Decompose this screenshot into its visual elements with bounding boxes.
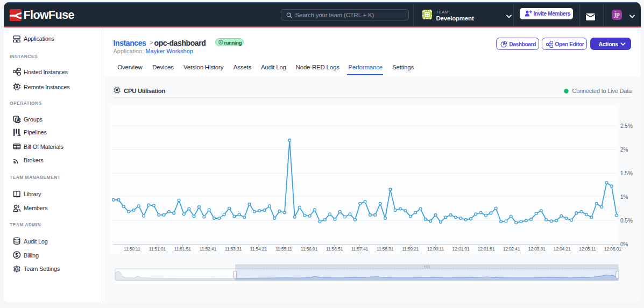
svg-text:11:52:41: 11:52:41 <box>200 246 217 252</box>
svg-text:11:56:51: 11:56:51 <box>326 246 343 252</box>
svg-text:2.5%: 2.5% <box>620 123 633 129</box>
svg-text:0.5%: 0.5% <box>620 218 633 224</box>
svg-text:12:01:01: 12:01:01 <box>452 246 470 252</box>
svg-text:11:57:41: 11:57:41 <box>351 246 369 252</box>
svg-text:11:51:01: 11:51:01 <box>149 246 166 252</box>
svg-text:11:53:31: 11:53:31 <box>225 246 242 252</box>
svg-text:11:58:31: 11:58:31 <box>377 246 394 252</box>
svg-text:11:59:21: 11:59:21 <box>402 246 419 252</box>
svg-text:11:55:11: 11:55:11 <box>275 246 292 252</box>
svg-text:12:00:11: 12:00:11 <box>427 246 444 252</box>
svg-text:11:54:21: 11:54:21 <box>250 246 267 252</box>
svg-text:0%: 0% <box>620 241 628 247</box>
svg-text:1.5%: 1.5% <box>620 170 633 176</box>
svg-text:11:56:01: 11:56:01 <box>301 246 318 252</box>
svg-text:12:02:41: 12:02:41 <box>503 246 520 252</box>
svg-text:CPU Utilisation: CPU Utilisation <box>124 88 165 94</box>
svg-text:2%: 2% <box>620 147 628 153</box>
svg-text:11:51:51: 11:51:51 <box>174 246 192 252</box>
svg-text:1%: 1% <box>620 194 628 200</box>
svg-text:12:04:21: 12:04:21 <box>554 246 571 252</box>
svg-text:12:03:31: 12:03:31 <box>528 246 546 252</box>
svg-text:Connected to Live Data: Connected to Live Data <box>572 88 632 94</box>
svg-text:11:50:11: 11:50:11 <box>124 246 140 252</box>
svg-text:12:05:11: 12:05:11 <box>579 246 596 252</box>
svg-text:12:01:51: 12:01:51 <box>478 246 495 252</box>
svg-text:12:06:01: 12:06:01 <box>604 246 621 252</box>
